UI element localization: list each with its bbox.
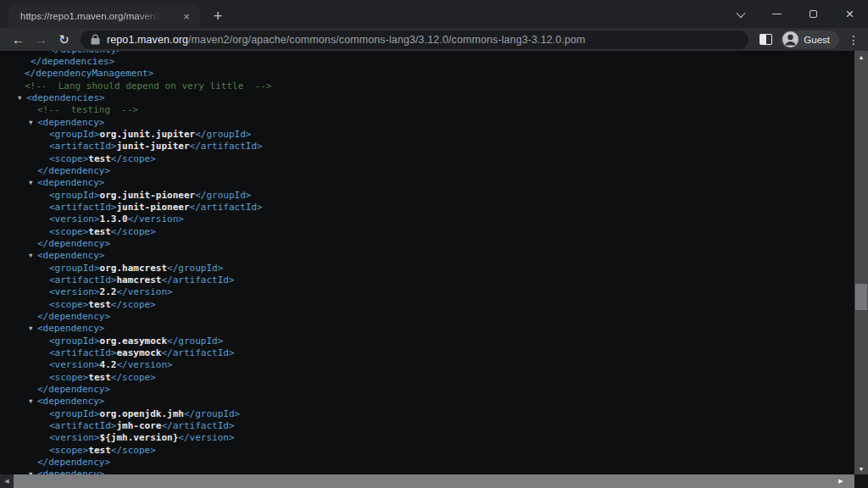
profile-button[interactable]: Guest — [781, 30, 839, 49]
xml-tag: </version> — [116, 286, 172, 297]
xml-tag: </groupId> — [167, 336, 223, 347]
xml-text: junit-pioneer — [116, 202, 189, 213]
xml-tag: </groupId> — [167, 263, 223, 274]
xml-tag: </scope> — [111, 445, 156, 456]
restore-icon — [810, 10, 817, 18]
menu-button[interactable]: ⋮ — [846, 33, 861, 47]
xml-tag: <artifactId> — [49, 274, 116, 286]
xml-tag: </artifactId> — [190, 202, 263, 213]
scroll-right-button[interactable]: ▶ — [832, 474, 849, 488]
xml-tag: </artifactId> — [161, 274, 234, 286]
back-button[interactable]: ← — [7, 30, 30, 50]
xml-line: <groupId>org.easymock</groupId> — [0, 336, 868, 347]
xml-text: jmh-core — [116, 420, 161, 431]
close-window-button[interactable]: × — [832, 0, 868, 28]
xml-text: 2.2 — [100, 286, 117, 297]
xml-tag: <dependency> — [37, 177, 104, 188]
xml-line: <!-- Lang should depend on very little -… — [0, 80, 868, 92]
xml-tag: <scope> — [49, 226, 88, 237]
scrollbar-corner — [854, 474, 868, 488]
horizontal-scrollbar[interactable]: ◀ ▶ — [0, 474, 854, 488]
xml-tag: <scope> — [49, 445, 88, 456]
xml-tag: </dependency> — [37, 311, 110, 322]
collapse-arrow-icon[interactable]: ▼ — [29, 116, 37, 128]
xml-line: ▼<dependency> — [0, 323, 868, 335]
new-tab-button[interactable]: + — [207, 5, 229, 27]
xml-tag: </version> — [178, 432, 234, 443]
xml-tag: <artifactId> — [49, 420, 116, 431]
tab-search-button[interactable] — [722, 0, 759, 28]
xml-line: <version>2.2</version> — [0, 286, 868, 298]
xml-line: ▼<dependency> — [0, 396, 868, 408]
xml-line: <version>4.2</version> — [0, 359, 868, 371]
xml-line: <scope>test</scope> — [0, 372, 868, 384]
reload-button[interactable]: ↻ — [53, 30, 75, 50]
xml-line: <version>${jmh.version}</version> — [0, 432, 868, 444]
xml-text: org.hamcrest — [100, 263, 167, 274]
xml-tag: </dependency> — [37, 165, 110, 176]
scroll-down-button[interactable]: ▼ — [854, 463, 868, 474]
collapse-arrow-icon[interactable]: ▼ — [18, 92, 26, 104]
xml-text: 1.3.0 — [100, 214, 128, 225]
xml-line: <groupId>org.junit-pioneer</groupId> — [0, 190, 868, 202]
xml-tag: <scope> — [49, 299, 88, 310]
xml-tag: </dependency> — [37, 238, 110, 249]
chevron-down-icon — [736, 8, 745, 17]
xml-tag: </scope> — [111, 226, 156, 237]
minimize-icon — [772, 14, 782, 15]
xml-line: <scope>test</scope> — [0, 226, 868, 238]
xml-line: <scope>test</scope> — [0, 299, 868, 311]
lock-icon[interactable] — [91, 34, 100, 45]
xml-line: <artifactId>easymock</artifactId> — [0, 347, 868, 359]
xml-tag: <groupId> — [49, 129, 100, 140]
xml-tag: </dependency> — [49, 51, 122, 55]
xml-comment: <!-- testing --> — [37, 104, 138, 115]
xml-tag: <groupId> — [49, 190, 100, 201]
url-path: /maven2/org/apache/commons/commons-lang3… — [188, 34, 586, 46]
xml-line: </dependency> — [0, 384, 868, 396]
vertical-scrollbar-thumb[interactable] — [855, 284, 867, 310]
xml-tag: <version> — [49, 432, 100, 443]
xml-text: org.junit-pioneer — [100, 190, 196, 201]
xml-tag: <artifactId> — [49, 347, 116, 358]
xml-line: <scope>test</scope> — [0, 445, 868, 457]
scroll-left-button[interactable]: ◀ — [0, 474, 14, 488]
collapse-arrow-icon[interactable]: ▼ — [29, 177, 37, 189]
xml-text: test — [88, 372, 111, 383]
xml-line: <groupId>org.hamcrest</groupId> — [0, 263, 868, 274]
scroll-up-button[interactable]: ▲ — [854, 51, 868, 63]
vertical-scrollbar[interactable]: ▲ ▼ — [854, 51, 868, 474]
xml-text: hamcrest — [116, 274, 161, 286]
side-panel-button[interactable] — [755, 30, 776, 50]
tab-close-icon[interactable]: × — [180, 9, 193, 23]
xml-tag: </artifactId> — [190, 141, 263, 152]
xml-tag: <groupId> — [49, 336, 100, 347]
xml-tag: </scope> — [111, 372, 156, 383]
xml-text: 4.2 — [100, 359, 117, 370]
xml-tag: <dependency> — [37, 250, 104, 261]
xml-tag: </dependency> — [37, 457, 110, 468]
xml-line: ▼<dependency> — [0, 117, 868, 129]
collapse-arrow-icon[interactable]: ▼ — [29, 396, 37, 408]
collapse-arrow-icon[interactable]: ▼ — [29, 250, 37, 262]
xml-line: <artifactId>junit-pioneer</artifactId> — [0, 202, 868, 214]
window-controls: × — [722, 0, 868, 28]
restore-button[interactable] — [795, 0, 832, 28]
xml-tag: </dependency> — [37, 384, 110, 395]
minimize-button[interactable] — [759, 0, 795, 28]
xml-tag: </version> — [116, 359, 172, 370]
xml-tag: <version> — [49, 286, 100, 297]
address-bar[interactable]: repo1.maven.org/maven2/org/apache/common… — [81, 30, 748, 49]
forward-button[interactable]: → — [30, 30, 53, 50]
xml-line: </dependency> — [0, 238, 868, 250]
xml-line: </dependencyManagement> — [0, 68, 868, 80]
xml-line: ▼<dependencies> — [0, 92, 868, 104]
xml-tree: </dependency></dependencies></dependency… — [0, 51, 868, 481]
url-host: repo1.maven.org — [107, 34, 188, 46]
xml-line: ▼<dependency> — [0, 250, 868, 262]
xml-tag: <dependencies> — [26, 92, 105, 103]
xml-tag: </groupId> — [195, 129, 251, 140]
browser-tab[interactable]: https://repo1.maven.org/maven2 × — [8, 4, 200, 28]
avatar-icon — [782, 31, 798, 47]
collapse-arrow-icon[interactable]: ▼ — [29, 323, 37, 335]
